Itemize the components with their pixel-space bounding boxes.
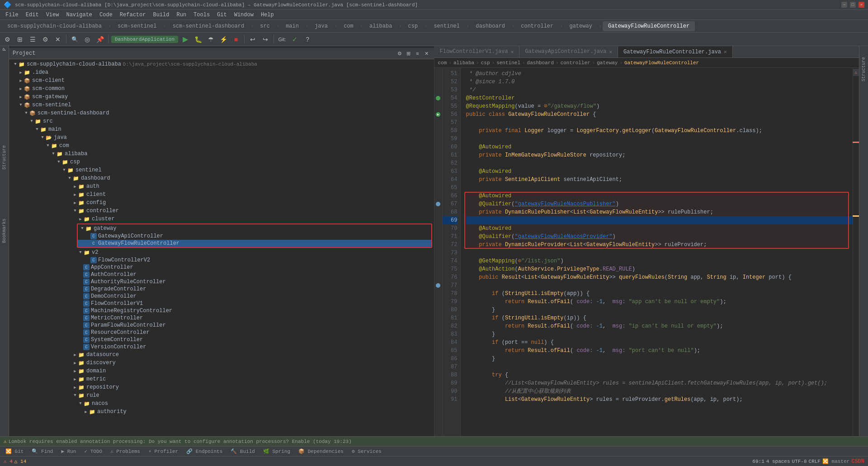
- settings-button[interactable]: ⚙: [40, 34, 51, 45]
- tree-settings-btn[interactable]: ⚙: [396, 50, 403, 57]
- bc-dashboard[interactable]: dashboard: [527, 60, 554, 66]
- nav-tab-java[interactable]: java: [309, 21, 333, 31]
- tree-item-client[interactable]: ▶ 📁 client: [9, 190, 434, 199]
- structure-icon[interactable]: Structure: [2, 145, 7, 170]
- nav-tab-alibaba[interactable]: alibaba: [364, 21, 397, 31]
- git-update-button[interactable]: Git:: [277, 34, 288, 45]
- tab-profiler[interactable]: ⚡ Profiler: [145, 447, 182, 455]
- bookmarks-icon[interactable]: Bookmarks: [2, 219, 7, 243]
- tree-item-main[interactable]: ▼ 📁 main: [9, 125, 434, 133]
- coverage-button[interactable]: ☂: [205, 34, 216, 45]
- tree-item-sentinel-pkg[interactable]: ▼ 📁 sentinel: [9, 166, 434, 174]
- status-warn-count[interactable]: △ 14: [14, 458, 26, 464]
- menu-edit[interactable]: Edit: [22, 11, 42, 19]
- tree-item-metric-pkg[interactable]: ▶ 📁 metric: [9, 375, 434, 383]
- status-encoding[interactable]: UTF-8: [792, 459, 807, 464]
- tree-item-scm-common[interactable]: ▶ 📦 scm-common: [9, 85, 434, 93]
- code-content[interactable]: * @author cdjlve * @since 1.7.0 */ @Rest…: [461, 68, 853, 436]
- project-icon[interactable]: P: [2, 48, 7, 51]
- redo-button[interactable]: ↪: [260, 34, 271, 45]
- target-button[interactable]: ◎: [82, 34, 93, 45]
- tree-item-gateway[interactable]: ▼ 📁 gateway: [78, 224, 431, 233]
- nav-tab-dashboard[interactable]: dashboard: [470, 21, 510, 31]
- structure-sidebar-label[interactable]: Structure: [861, 57, 866, 81]
- minimize-button[interactable]: –: [841, 2, 847, 8]
- maximize-button[interactable]: □: [850, 2, 856, 8]
- tab-spring[interactable]: 🌿 Spring: [259, 447, 294, 455]
- menu-window[interactable]: Window: [231, 11, 257, 19]
- menu-code[interactable]: Code: [96, 11, 116, 19]
- tree-item-machinereg[interactable]: C MachineRegistryController: [9, 307, 434, 314]
- menu-build[interactable]: Build: [149, 11, 173, 19]
- tree-item-gatewayflow[interactable]: C GatewayFlowRuleController: [78, 240, 431, 247]
- tree-item-flowv2[interactable]: C FlowControllerV2: [9, 257, 434, 264]
- nav-tab-scm-sentinel[interactable]: scm-sentinel: [112, 21, 162, 31]
- tab-dependencies[interactable]: 📦 Dependencies: [295, 447, 347, 455]
- status-line-col[interactable]: 69:1: [752, 459, 764, 464]
- checkmark-button[interactable]: ✓: [289, 34, 300, 45]
- tree-item-alibaba[interactable]: ▼ 📁 alibaba: [9, 150, 434, 158]
- tab-close-gatewayapi[interactable]: ✕: [609, 49, 612, 55]
- tree-item-idea[interactable]: ▶ 📁 .idea: [9, 68, 434, 76]
- nav-tab-main[interactable]: main: [280, 21, 304, 31]
- nav-tab-dashboard-module[interactable]: scm-sentinel-dashboard: [167, 21, 250, 31]
- tab-find[interactable]: 🔍 Find: [28, 447, 57, 455]
- tree-item-rule[interactable]: ▼ 📁 rule: [9, 391, 434, 399]
- menu-file[interactable]: File: [2, 11, 22, 19]
- expand-button[interactable]: ⊞: [14, 34, 25, 45]
- tab-run-bottom[interactable]: ▶ Run: [57, 447, 80, 455]
- tree-item-gatewayapi[interactable]: C GatewayApiController: [78, 233, 431, 240]
- undo-button[interactable]: ↩: [247, 34, 258, 45]
- menu-view[interactable]: View: [42, 11, 63, 19]
- tab-problems[interactable]: ⚠ Problems: [107, 447, 144, 455]
- bc-controller[interactable]: controller: [561, 60, 590, 66]
- tree-item-resource[interactable]: C ResourceController: [9, 329, 434, 336]
- tree-item-src[interactable]: ▼ 📁 src: [9, 117, 434, 125]
- tree-item-appcontroller[interactable]: C AppController: [9, 264, 434, 271]
- pin-button[interactable]: 📌: [94, 34, 105, 45]
- tab-endpoints[interactable]: 🔗 Endpoints: [183, 447, 226, 455]
- tab-close-gatewayflow[interactable]: ✕: [724, 49, 727, 55]
- nav-tab-sentinel[interactable]: sentinel: [428, 21, 465, 31]
- nav-tab-com[interactable]: com: [338, 21, 359, 31]
- tree-list-btn[interactable]: ≡: [414, 50, 421, 57]
- tree-close-btn[interactable]: ✕: [423, 50, 430, 57]
- tree-item-authority[interactable]: ▶ 📁 authority: [9, 408, 434, 416]
- tree-item-degrade[interactable]: C DegradeController: [9, 285, 434, 293]
- close-sidebar-button[interactable]: ✕: [52, 34, 63, 45]
- tree-item-authorityrule[interactable]: C AuthorityRuleController: [9, 278, 434, 285]
- tree-item-com[interactable]: ▼ 📁 com: [9, 142, 434, 150]
- tree-root[interactable]: ▼ 📁 scm-supplychain-cloud-alibaba D:\jav…: [9, 60, 434, 68]
- tree-item-paramflow[interactable]: C ParamFlowRuleController: [9, 322, 434, 329]
- project-settings-button[interactable]: ⚙: [2, 34, 13, 45]
- menu-git[interactable]: Git: [213, 11, 231, 19]
- tab-flowcontrollerv1[interactable]: FlowControllerV1.java ✕: [434, 46, 520, 57]
- menu-help[interactable]: Help: [257, 11, 278, 19]
- nav-tab-project[interactable]: scm-supplychain-cloud-alibaba: [2, 21, 107, 31]
- bc-sentinel[interactable]: sentinel: [496, 60, 520, 66]
- tree-item-cluster[interactable]: ▶ 📁 cluster: [9, 215, 434, 223]
- tree-item-scm-client[interactable]: ▶ 📦 scm-client: [9, 76, 434, 85]
- tab-gatewayflow[interactable]: GatewayFlowRuleController.java ✕: [618, 46, 733, 57]
- run-button[interactable]: ▶: [180, 34, 191, 45]
- tab-build[interactable]: 🔨 Build: [227, 447, 259, 455]
- status-line-sep[interactable]: CRLF: [809, 459, 821, 464]
- tab-todo[interactable]: ✓ TODO: [80, 447, 106, 455]
- bc-com[interactable]: com: [438, 60, 447, 66]
- tree-item-repository[interactable]: ▶ 📁 repository: [9, 383, 434, 391]
- tree-item-config[interactable]: ▶ 📁 config: [9, 199, 434, 207]
- bc-csp[interactable]: csp: [481, 60, 490, 66]
- tree-item-metric[interactable]: C MetricController: [9, 314, 434, 322]
- tree-expand-btn[interactable]: ⊞: [405, 50, 412, 57]
- tree-item-scm-gateway[interactable]: ▶ 📦 scm-gateway: [9, 93, 434, 101]
- tree-item-scm-sentinel[interactable]: ▼ 📦 scm-sentinel: [9, 101, 434, 109]
- tree-item-discovery[interactable]: ▶ 📁 discovery: [9, 359, 434, 367]
- debug-button[interactable]: 🐛: [193, 34, 203, 45]
- bc-gateway-pkg[interactable]: gateway: [597, 60, 618, 66]
- tree-item-dashboard-module[interactable]: ▼ 📦 scm-sentinel-dashboard: [9, 109, 434, 117]
- menu-navigate[interactable]: Navigate: [62, 11, 96, 19]
- menu-tools[interactable]: Tools: [190, 11, 213, 19]
- profile-button[interactable]: ⚡: [218, 34, 229, 45]
- tree-item-domain[interactable]: ▶ 📁 domain: [9, 367, 434, 375]
- nav-tab-controller[interactable]: controller: [515, 21, 559, 31]
